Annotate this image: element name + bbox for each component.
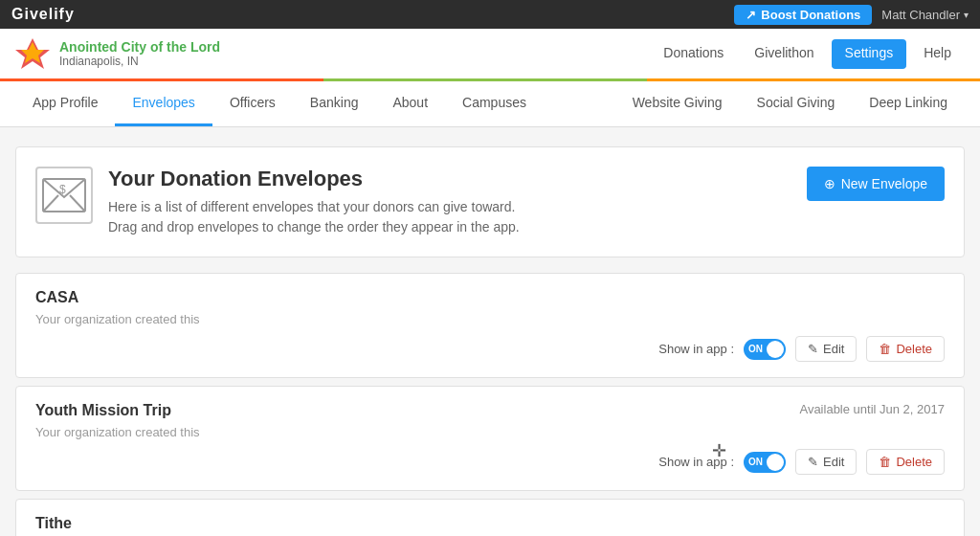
envelope-subtitle: Your organization created this bbox=[35, 425, 945, 439]
new-envelope-button[interactable]: ⊕ New Envelope bbox=[807, 167, 945, 201]
nav-donations[interactable]: Donations bbox=[650, 39, 737, 69]
show-in-app-toggle[interactable]: ON bbox=[744, 339, 786, 360]
org-text: Anointed City of the Lord Indianapolis, … bbox=[59, 39, 220, 68]
trash-icon: 🗑 bbox=[879, 342, 891, 356]
page-header-text: Your Donation Envelopes Here is a list o… bbox=[108, 167, 520, 237]
show-in-app-label: Show in app : bbox=[658, 455, 734, 469]
tab-app-profile[interactable]: App Profile bbox=[15, 81, 115, 126]
tab-banking[interactable]: Banking bbox=[293, 81, 376, 126]
app-logo: Givelify bbox=[11, 6, 75, 23]
envelope-card-bottom: Show in app : ON ✎ Edit 🗑 Delete bbox=[35, 449, 945, 475]
tab-social-giving[interactable]: Social Giving bbox=[740, 81, 853, 126]
boost-donations-button[interactable]: ↗ Boost Donations bbox=[734, 5, 872, 25]
envelope-name: CASA bbox=[35, 289, 78, 306]
edit-icon: ✎ bbox=[808, 455, 818, 469]
main-content: $ Your Donation Envelopes Here is a list… bbox=[0, 127, 980, 536]
org-logo bbox=[15, 36, 50, 71]
tab-bar: App Profile Envelopes Officers Banking A… bbox=[0, 81, 980, 127]
tab-envelopes[interactable]: Envelopes bbox=[115, 81, 212, 126]
envelope-card-bottom: Show in app : ON ✎ Edit 🗑 Delete bbox=[35, 336, 945, 362]
envelope-card-top: CASA bbox=[35, 289, 945, 306]
trash-icon: 🗑 bbox=[879, 455, 891, 469]
delete-button[interactable]: 🗑 Delete bbox=[866, 336, 945, 362]
show-in-app-label: Show in app : bbox=[658, 342, 734, 356]
tab-officers[interactable]: Officers bbox=[212, 81, 293, 126]
svg-line-4 bbox=[70, 195, 85, 212]
svg-line-3 bbox=[43, 195, 58, 212]
delete-button[interactable]: 🗑 Delete bbox=[866, 449, 945, 475]
envelope-card: Tithe Available to your organization by … bbox=[15, 499, 965, 536]
page-header-left: $ Your Donation Envelopes Here is a list… bbox=[35, 167, 520, 237]
envelope-card-top: Youth Mission Trip Available until Jun 2… bbox=[35, 402, 945, 419]
tab-website-giving[interactable]: Website Giving bbox=[615, 81, 740, 126]
org-bar: Anointed City of the Lord Indianapolis, … bbox=[0, 29, 980, 81]
plus-icon: ⊕ bbox=[824, 176, 835, 191]
envelope-card: CASA Your organization created this Show… bbox=[15, 273, 965, 378]
envelope-date: Available until Jun 2, 2017 bbox=[799, 402, 945, 416]
page-title: Your Donation Envelopes bbox=[108, 167, 520, 191]
page-header: $ Your Donation Envelopes Here is a list… bbox=[15, 146, 965, 257]
page-description-line1: Here is a list of different envelopes th… bbox=[108, 197, 520, 217]
nav-settings[interactable]: Settings bbox=[832, 39, 907, 69]
top-bar: Givelify ↗ Boost Donations Matt Chandler… bbox=[0, 0, 980, 29]
org-nav: Donations Givelithon Settings Help bbox=[650, 39, 965, 69]
page-description-line2: Drag and drop envelopes to change the or… bbox=[108, 217, 520, 237]
svg-text:$: $ bbox=[59, 183, 66, 196]
edit-icon: ✎ bbox=[808, 342, 818, 356]
org-info: Anointed City of the Lord Indianapolis, … bbox=[15, 36, 220, 71]
top-bar-right: ↗ Boost Donations Matt Chandler ▾ bbox=[734, 5, 969, 25]
edit-button[interactable]: ✎ Edit bbox=[795, 449, 857, 475]
envelope-card-top: Tithe bbox=[35, 515, 945, 532]
tab-campuses[interactable]: Campuses bbox=[445, 81, 544, 126]
org-name: Anointed City of the Lord bbox=[59, 39, 220, 55]
envelopes-list: ✛ CASA Your organization created this Sh… bbox=[15, 273, 965, 536]
nav-givelithon[interactable]: Givelithon bbox=[741, 39, 827, 69]
tab-bar-left: App Profile Envelopes Officers Banking A… bbox=[15, 81, 544, 126]
org-location: Indianapolis, IN bbox=[59, 55, 220, 68]
trending-up-icon: ↗ bbox=[746, 8, 756, 22]
nav-help[interactable]: Help bbox=[910, 39, 965, 69]
tab-deep-linking[interactable]: Deep Linking bbox=[852, 81, 965, 126]
envelope-subtitle: Your organization created this bbox=[35, 312, 945, 326]
tab-bar-right: Website Giving Social Giving Deep Linkin… bbox=[615, 81, 965, 126]
show-in-app-toggle[interactable]: ON bbox=[744, 452, 786, 473]
envelope-card: Youth Mission Trip Available until Jun 2… bbox=[15, 386, 965, 491]
tab-about[interactable]: About bbox=[375, 81, 445, 126]
envelope-name: Youth Mission Trip bbox=[35, 402, 171, 419]
chevron-down-icon: ▾ bbox=[964, 10, 969, 20]
user-menu[interactable]: Matt Chandler ▾ bbox=[881, 8, 969, 22]
edit-button[interactable]: ✎ Edit bbox=[795, 336, 857, 362]
envelope-name: Tithe bbox=[35, 515, 72, 532]
envelope-illustration: $ bbox=[35, 167, 93, 224]
